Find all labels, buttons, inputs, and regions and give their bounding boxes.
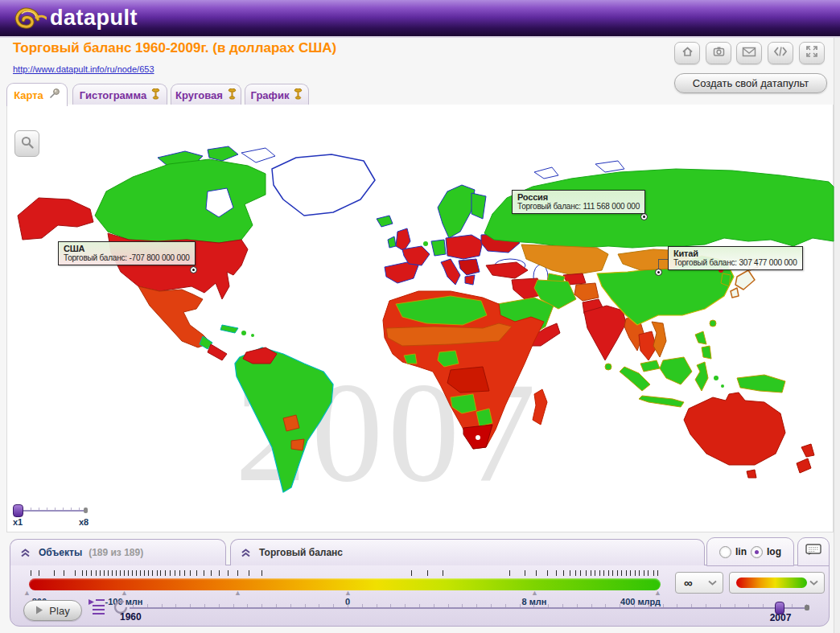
playlist-icon[interactable]: [88, 598, 105, 620]
tooltip-value: Торговый баланс: 111 568 000 000: [517, 202, 640, 211]
fullscreen-icon: [805, 45, 818, 61]
scale-label-max: 400 млрд: [620, 597, 661, 606]
map-zoom-button[interactable]: [14, 130, 39, 157]
page-url-link[interactable]: http://www.datapult.info/ru/node/653: [13, 64, 154, 74]
scale-mode-switch: lin log: [706, 537, 794, 566]
zoom-track[interactable]: [23, 510, 85, 512]
comments-button[interactable]: [797, 537, 830, 566]
scale-marker[interactable]: ▲: [121, 589, 128, 597]
legend-timeline-panel: ▲ ▲ ▲ ▲ ▲ ▲ -800 млрд -100 млн 0 8 млн 4…: [10, 565, 830, 627]
code-icon: [773, 46, 788, 60]
logo-wordmark: datapult: [50, 6, 138, 31]
home-icon: [681, 45, 694, 61]
pin-icon: [294, 88, 303, 102]
scale-marker[interactable]: ▲: [531, 589, 538, 597]
objects-count: (189 из 189): [89, 547, 143, 558]
tab-label: Круговая: [175, 89, 223, 101]
scale-marker[interactable]: ▲: [234, 589, 241, 597]
tab-map[interactable]: Карта: [6, 83, 68, 106]
comment-bubble-icon: [805, 543, 822, 561]
home-button[interactable]: [674, 42, 700, 64]
play-button[interactable]: Play: [23, 600, 82, 621]
tab-pie[interactable]: Круговая: [171, 84, 241, 105]
distribution-ticks: [29, 569, 661, 578]
tab-label: Карта: [14, 89, 43, 101]
tooltip-country: Россия: [517, 192, 640, 202]
chevron-down-icon: [708, 580, 717, 586]
tooltip-china: Китай Торговый баланс: 307 477 000 000: [668, 246, 803, 270]
tooltip-value: Торговый баланс: 307 477 000 000: [673, 258, 797, 267]
play-label: Play: [49, 605, 69, 617]
scale-marker[interactable]: ▲: [23, 589, 31, 597]
tab-label: Гистограмма: [80, 89, 146, 101]
tooltip-anchor-dot: [655, 269, 662, 276]
tooltip-anchor-dot: [190, 266, 197, 273]
tooltip-usa: США Торговый баланс: -707 800 000 000: [58, 241, 196, 265]
infinity-dropdown[interactable]: ∞: [675, 572, 723, 594]
snapshot-button[interactable]: [706, 42, 731, 64]
tab-label: График: [251, 89, 290, 101]
color-ramp-dropdown[interactable]: [729, 572, 825, 594]
zoom-track-end: [84, 508, 88, 513]
mail-icon: [742, 46, 756, 61]
zoom-max-label: x8: [79, 517, 89, 527]
pin-icon: [228, 88, 237, 102]
tooltip-value: Торговый баланс: -707 800 000 000: [64, 253, 190, 262]
tooltip-anchor-dot: [640, 213, 648, 220]
tooltip-russia: Россия Торговый баланс: 111 568 000 000: [512, 190, 645, 214]
datapult-logo-icon: [13, 4, 47, 36]
infinity-symbol: ∞: [684, 576, 693, 590]
lin-label: lin: [735, 546, 747, 557]
tab-graph[interactable]: График: [245, 84, 309, 105]
year-watermark: 2007: [235, 360, 541, 504]
objects-title: Объекты: [39, 547, 82, 558]
zoom-handle[interactable]: [13, 504, 23, 517]
page-right-gutter: [834, 38, 840, 633]
objects-panel-header[interactable]: Объекты (189 из 189): [10, 539, 226, 565]
timeline-start-year: 1960: [120, 611, 142, 623]
timeline-handle[interactable]: [775, 602, 784, 615]
timeline-end-stop: [805, 605, 809, 610]
zoom-min-label: x1: [13, 517, 23, 527]
collapse-icon[interactable]: [241, 548, 251, 558]
scale-marker[interactable]: ▲: [654, 589, 661, 597]
log-label: log: [767, 546, 781, 557]
map-zoom-slider[interactable]: x1 x8: [13, 504, 93, 520]
embed-button[interactable]: [768, 42, 793, 64]
play-icon: [35, 605, 43, 617]
indicator-title: Торговый баланс: [259, 547, 343, 558]
camera-icon: [712, 45, 726, 61]
pin-icon: [151, 88, 160, 102]
tooltip-country: Китай: [673, 249, 797, 258]
lin-radio[interactable]: [719, 546, 731, 558]
timeline-track[interactable]: [130, 607, 808, 609]
tab-histogram[interactable]: Гистограмма: [72, 84, 167, 105]
collapse-icon[interactable]: [20, 548, 31, 558]
chevron-down-icon: [809, 580, 818, 586]
magnifier-icon: [20, 135, 35, 153]
color-ramp-preview: [736, 578, 807, 588]
pushpin-icon: [48, 88, 60, 102]
tooltip-country: США: [64, 244, 190, 253]
app-header: datapult: [0, 0, 840, 38]
indicator-panel-header[interactable]: Торговый баланс: [230, 539, 705, 565]
fullscreen-button[interactable]: [799, 42, 825, 64]
mail-button[interactable]: [736, 42, 762, 64]
log-radio[interactable]: [751, 546, 763, 558]
create-datapult-button[interactable]: Создать свой датапульт: [674, 73, 827, 93]
page-title: Торговый баланс 1960-2009г. (в долларах …: [13, 40, 336, 56]
scale-marker[interactable]: ▲: [344, 589, 352, 597]
